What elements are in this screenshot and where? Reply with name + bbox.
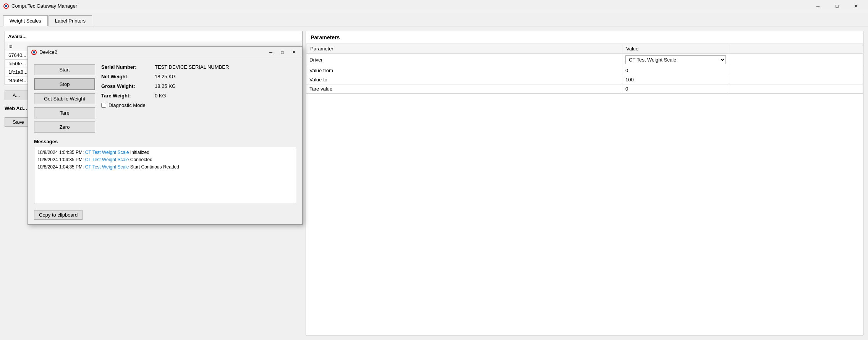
message-line: 10/8/2024 1:04:35 PM: CT Test Weight Sca… bbox=[37, 149, 293, 156]
minimize-button[interactable]: ─ bbox=[809, 0, 827, 12]
message-line: 10/8/2024 1:04:35 PM: CT Test Weight Sca… bbox=[37, 164, 293, 170]
dialog-minimize-button[interactable]: ─ bbox=[266, 48, 276, 57]
gross-weight-row: Gross Weight: 18.25 KG bbox=[101, 83, 296, 89]
left-panel: Availa... Id 67640... fc50fe... bbox=[5, 31, 303, 335]
title-bar-left: CompuTec Gateway Manager bbox=[3, 3, 77, 9]
param-row-driver: Driver CT Test Weight Scale bbox=[306, 54, 863, 66]
app-title: CompuTec Gateway Manager bbox=[11, 3, 77, 9]
messages-header: Messages bbox=[34, 139, 296, 144]
available-header: Availa... bbox=[5, 31, 302, 42]
gross-weight-value: 18.25 KG bbox=[155, 83, 176, 89]
parameters-header: Parameters bbox=[306, 31, 863, 44]
param-value-driver: CT Test Weight Scale bbox=[622, 54, 729, 66]
parameters-table: Parameter Value Driver CT Test Weight Sc… bbox=[306, 44, 863, 94]
param-row-value-from: Value from 0 bbox=[306, 66, 863, 75]
param-label-value-to: Value to bbox=[306, 75, 622, 84]
serial-number-label: Serial Number: bbox=[101, 64, 155, 70]
dialog-logo-icon bbox=[31, 49, 37, 55]
param-label-tare-value: Tare value bbox=[306, 84, 622, 94]
param-label-driver: Driver bbox=[306, 54, 622, 66]
param-extra-value-from bbox=[729, 66, 863, 75]
window-controls: ─ □ ✕ bbox=[809, 0, 865, 12]
tare-weight-row: Tare Weight: 0 KG bbox=[101, 93, 296, 99]
param-value-tare-value: 0 bbox=[622, 84, 729, 94]
messages-box[interactable]: 10/8/2024 1:04:35 PM: CT Test Weight Sca… bbox=[34, 147, 296, 204]
net-weight-value: 18.25 KG bbox=[155, 74, 176, 79]
device-dialog: Device2 ─ □ ✕ Start Stop bbox=[28, 46, 303, 225]
dialog-title-bar: Device2 ─ □ ✕ bbox=[28, 47, 302, 58]
dialog-info: Serial Number: TEST DEVICE SERIAL NUMBER… bbox=[101, 64, 296, 133]
zero-button[interactable]: Zero bbox=[34, 121, 95, 133]
param-row-tare-value: Tare value 0 bbox=[306, 84, 863, 94]
param-extra-value-to bbox=[729, 75, 863, 84]
messages-section: Messages 10/8/2024 1:04:35 PM: CT Test W… bbox=[28, 139, 302, 207]
app-logo-icon bbox=[3, 3, 9, 9]
dialog-body: Start Stop Get Stabile Weight Tare Zero … bbox=[28, 58, 302, 139]
close-button[interactable]: ✕ bbox=[847, 0, 865, 12]
copy-to-clipboard-button[interactable]: Copy to clipboard bbox=[34, 210, 83, 220]
param-extra-driver bbox=[729, 54, 863, 66]
driver-select[interactable]: CT Test Weight Scale bbox=[625, 55, 726, 64]
maximize-button[interactable]: □ bbox=[828, 0, 846, 12]
param-header-parameter: Parameter bbox=[306, 44, 622, 54]
param-header-extra bbox=[729, 44, 863, 54]
diagnostic-mode-row: Diagnostic Mode bbox=[101, 102, 296, 108]
dialog-title-left: Device2 bbox=[31, 49, 57, 55]
gross-weight-label: Gross Weight: bbox=[101, 83, 155, 89]
main-content: Weight Scales Label Printers Availa... I… bbox=[0, 12, 868, 340]
param-extra-tare-value bbox=[729, 84, 863, 94]
dialog-buttons: Start Stop Get Stabile Weight Tare Zero bbox=[34, 64, 95, 133]
start-button[interactable]: Start bbox=[34, 64, 95, 75]
tab-weight-scales[interactable]: Weight Scales bbox=[3, 15, 48, 26]
diagnostic-mode-label: Diagnostic Mode bbox=[108, 102, 146, 108]
param-label-value-from: Value from bbox=[306, 66, 622, 75]
dialog-close-button[interactable]: ✕ bbox=[288, 48, 299, 57]
title-bar: CompuTec Gateway Manager ─ □ ✕ bbox=[0, 0, 868, 12]
param-value-value-from: 0 bbox=[622, 66, 729, 75]
stop-button[interactable]: Stop bbox=[34, 78, 95, 90]
net-weight-label: Net Weight: bbox=[101, 74, 155, 79]
tare-button[interactable]: Tare bbox=[34, 107, 95, 118]
right-panel: Parameters Parameter Value Driver CT Tes bbox=[306, 31, 863, 335]
tabs-bar: Weight Scales Label Printers bbox=[0, 12, 868, 26]
tare-weight-label: Tare Weight: bbox=[101, 93, 155, 99]
dialog-footer: Copy to clipboard bbox=[28, 207, 302, 224]
add-button[interactable]: A... bbox=[5, 91, 28, 100]
serial-number-row: Serial Number: TEST DEVICE SERIAL NUMBER bbox=[101, 64, 296, 70]
dialog-overlay: Device2 ─ □ ✕ Start Stop bbox=[5, 31, 303, 335]
diagnostic-mode-checkbox[interactable] bbox=[101, 103, 106, 108]
dialog-title-controls: ─ □ ✕ bbox=[266, 48, 299, 57]
param-value-value-to: 100 bbox=[622, 75, 729, 84]
get-stable-weight-button[interactable]: Get Stabile Weight bbox=[34, 93, 95, 104]
svg-point-2 bbox=[5, 5, 7, 7]
tab-label-printers[interactable]: Label Printers bbox=[49, 15, 92, 26]
serial-number-value: TEST DEVICE SERIAL NUMBER bbox=[155, 64, 229, 70]
param-header-value: Value bbox=[622, 44, 729, 54]
tare-weight-value: 0 KG bbox=[155, 93, 166, 99]
param-row-value-to: Value to 100 bbox=[306, 75, 863, 84]
dialog-title: Device2 bbox=[39, 49, 57, 55]
svg-point-5 bbox=[33, 51, 35, 53]
net-weight-row: Net Weight: 18.25 KG bbox=[101, 74, 296, 79]
content-area: Availa... Id 67640... fc50fe... bbox=[0, 26, 868, 340]
dialog-maximize-button[interactable]: □ bbox=[277, 48, 288, 57]
message-line: 10/8/2024 1:04:35 PM: CT Test Weight Sca… bbox=[37, 157, 293, 163]
